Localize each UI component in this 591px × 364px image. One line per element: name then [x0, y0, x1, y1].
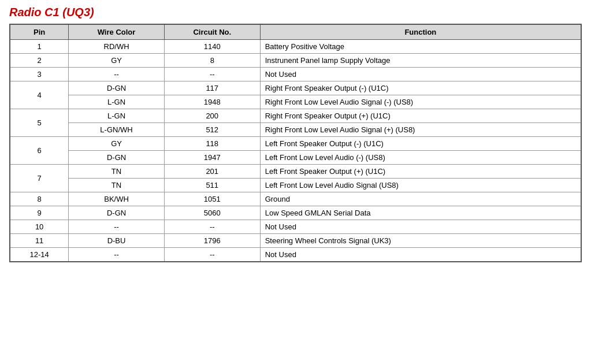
- function-cell: Left Front Low Level Audio Signal (US8): [260, 179, 581, 192]
- function-cell: Not Used: [260, 68, 581, 81]
- function-cell: Instrunent Panel lamp Supply Voltage: [260, 54, 581, 68]
- col-pin: Pin: [10, 24, 69, 40]
- wire-color-cell: TN: [69, 179, 165, 192]
- function-cell: Low Speed GMLAN Serial Data: [260, 206, 581, 220]
- circuit-cell: 118: [164, 137, 260, 151]
- pin-cell: 10: [10, 220, 69, 234]
- circuit-cell: 1948: [164, 95, 260, 109]
- table-row: 11D-BU1796Steering Wheel Controls Signal…: [10, 234, 581, 248]
- table-row: 5L-GN200Right Front Speaker Output (+) (…: [10, 109, 581, 123]
- pin-cell: 12-14: [10, 248, 69, 262]
- circuit-cell: 1796: [164, 234, 260, 248]
- function-cell: Ground: [260, 192, 581, 206]
- function-cell: Left Front Speaker Output (-) (U1C): [260, 137, 581, 151]
- pin-cell: 3: [10, 68, 69, 81]
- table-row: 10----Not Used: [10, 220, 581, 234]
- table-row: 3----Not Used: [10, 68, 581, 81]
- table-row: 9D-GN5060Low Speed GMLAN Serial Data: [10, 206, 581, 220]
- connector-table: Pin Wire Color Circuit No. Function 1RD/…: [9, 24, 582, 262]
- circuit-cell: 511: [164, 179, 260, 192]
- table-row: 2GY8Instrunent Panel lamp Supply Voltage: [10, 54, 581, 68]
- table-row: L-GN1948Right Front Low Level Audio Sign…: [10, 95, 581, 109]
- col-circuit: Circuit No.: [164, 24, 260, 40]
- wire-color-cell: D-BU: [69, 234, 165, 248]
- pin-cell: 6: [10, 137, 69, 165]
- function-cell: Not Used: [260, 220, 581, 234]
- circuit-cell: 5060: [164, 206, 260, 220]
- function-cell: Right Front Low Level Audio Signal (-) (…: [260, 95, 581, 109]
- wire-color-cell: GY: [69, 137, 165, 151]
- wire-color-cell: D-GN: [69, 206, 165, 220]
- page-title: Radio C1 (UQ3): [9, 6, 582, 19]
- circuit-cell: 117: [164, 81, 260, 95]
- wire-color-cell: RD/WH: [69, 40, 165, 54]
- wire-color-cell: D-GN: [69, 81, 165, 95]
- pin-cell: 11: [10, 234, 69, 248]
- circuit-cell: 1140: [164, 40, 260, 54]
- function-cell: Battery Positive Voltage: [260, 40, 581, 54]
- circuit-cell: 8: [164, 54, 260, 68]
- pin-cell: 7: [10, 165, 69, 192]
- circuit-cell: --: [164, 248, 260, 262]
- wire-color-cell: --: [69, 248, 165, 262]
- table-row: 8BK/WH1051Ground: [10, 192, 581, 206]
- wire-color-cell: BK/WH: [69, 192, 165, 206]
- circuit-cell: --: [164, 68, 260, 81]
- col-function: Function: [260, 24, 581, 40]
- function-cell: Right Front Low Level Audio Signal (+) (…: [260, 123, 581, 137]
- circuit-cell: 201: [164, 165, 260, 179]
- table-row: TN511Left Front Low Level Audio Signal (…: [10, 179, 581, 192]
- pin-cell: 2: [10, 54, 69, 68]
- table-row: 4D-GN117Right Front Speaker Output (-) (…: [10, 81, 581, 95]
- pin-cell: 9: [10, 206, 69, 220]
- wire-color-cell: L-GN: [69, 95, 165, 109]
- pin-cell: 1: [10, 40, 69, 54]
- circuit-cell: --: [164, 220, 260, 234]
- wire-color-cell: L-GN/WH: [69, 123, 165, 137]
- function-cell: Steering Wheel Controls Signal (UK3): [260, 234, 581, 248]
- table-row: D-GN1947Left Front Low Level Audio (-) (…: [10, 151, 581, 165]
- table-row: L-GN/WH512Right Front Low Level Audio Si…: [10, 123, 581, 137]
- table-row: 1RD/WH1140Battery Positive Voltage: [10, 40, 581, 54]
- circuit-cell: 200: [164, 109, 260, 123]
- table-row: 7TN201Left Front Speaker Output (+) (U1C…: [10, 165, 581, 179]
- wire-color-cell: D-GN: [69, 151, 165, 165]
- pin-cell: 5: [10, 109, 69, 137]
- wire-color-cell: --: [69, 220, 165, 234]
- function-cell: Left Front Speaker Output (+) (U1C): [260, 165, 581, 179]
- wire-color-cell: GY: [69, 54, 165, 68]
- wire-color-cell: TN: [69, 165, 165, 179]
- function-cell: Right Front Speaker Output (-) (U1C): [260, 81, 581, 95]
- function-cell: Left Front Low Level Audio (-) (US8): [260, 151, 581, 165]
- function-cell: Not Used: [260, 248, 581, 262]
- circuit-cell: 1051: [164, 192, 260, 206]
- table-row: 6GY118Left Front Speaker Output (-) (U1C…: [10, 137, 581, 151]
- table-row: 12-14----Not Used: [10, 248, 581, 262]
- wire-color-cell: L-GN: [69, 109, 165, 123]
- pin-cell: 4: [10, 81, 69, 109]
- col-wire-color: Wire Color: [69, 24, 165, 40]
- circuit-cell: 512: [164, 123, 260, 137]
- pin-cell: 8: [10, 192, 69, 206]
- circuit-cell: 1947: [164, 151, 260, 165]
- wire-color-cell: --: [69, 68, 165, 81]
- function-cell: Right Front Speaker Output (+) (U1C): [260, 109, 581, 123]
